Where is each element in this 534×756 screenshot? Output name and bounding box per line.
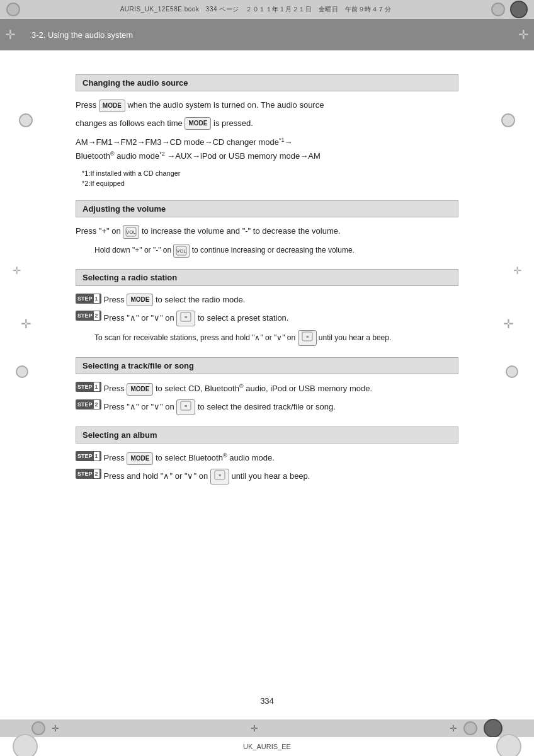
album-step2-badge: STEP2	[76, 469, 101, 479]
right-mid-circle	[506, 365, 518, 378]
mode-button-icon-2: MODE	[185, 117, 211, 130]
track-step1-text: Press MODE to select CD, Bluetooth® audi…	[104, 382, 373, 396]
right-reg-1	[501, 113, 515, 127]
right-cross-mid: ✛	[513, 265, 521, 277]
top-left-reg-mark	[6, 3, 20, 16]
section-selecting-album-header: Selecting an album	[76, 427, 458, 444]
section-selecting-track-header: Selecting a track/file or song	[76, 357, 458, 374]
preset-btn-radio2: ≡	[176, 311, 195, 326]
top-strip: AURIS_UK_12E58E.book 334 ページ ２０１１年１月２１日 …	[0, 0, 534, 19]
svg-text:VOL: VOL	[126, 229, 137, 235]
track-step2-num: 2	[94, 400, 99, 409]
radio-step2: STEP2 Press "∧" or "∨" on ≡ to select a …	[76, 311, 458, 326]
footer-text: UK_AURIS_EE	[243, 743, 291, 750]
page-number-container: 334	[0, 696, 534, 706]
track-step1-badge: STEP1	[76, 382, 101, 392]
bottom-corner-left	[13, 734, 38, 756]
right-cross-1: ✛	[501, 316, 515, 331]
bottom-left-reg1	[31, 721, 45, 735]
album-step2-text: Press and hold "∧" or "∨" on ≡ until you…	[104, 469, 310, 484]
changing-audio-sequence: AM→FM1→FM2→FM3→CD mode→CD changer mode*1…	[76, 135, 458, 163]
right-mid-reg	[506, 365, 518, 378]
bottom-footer: UK_AURIS_EE	[0, 737, 534, 756]
radio-step1-badge: STEP1	[76, 294, 101, 304]
track-step2-text: Press "∧" or "∨" on ≡ to select the desi…	[104, 399, 336, 415]
left-mid-circle	[16, 365, 28, 378]
bottom-strip: ✛ ✛ ✛	[0, 719, 534, 737]
bottom-right-cross: ✛	[450, 723, 457, 733]
header-left-crosshair: ✛	[5, 27, 16, 42]
header-right-crosshair: ✛	[518, 27, 529, 42]
left-mid-reg	[16, 365, 28, 378]
album-step2: STEP2 Press and hold "∧" or "∨" on ≡ unt…	[76, 469, 458, 484]
preset-btn-album2: ≡	[210, 469, 229, 484]
bottom-right-reg1	[463, 721, 477, 735]
preset-btn-track2: ≡	[176, 399, 195, 415]
mode-button-icon: MODE	[99, 100, 125, 112]
radio-step1-text: Press MODE to select the radio mode.	[104, 294, 246, 307]
adjusting-volume-hold: Hold down "+" or "-" on VOL to continue …	[94, 244, 458, 258]
left-side-marks: ✛	[19, 113, 33, 331]
top-right-reg-mark1	[491, 3, 505, 16]
album-step2-num: 2	[94, 469, 99, 478]
album-step1-text: Press MODE to select Bluetooth® audio mo…	[104, 451, 275, 465]
mode-btn-track1: MODE	[127, 383, 153, 396]
radio-step2-num: 2	[94, 311, 99, 320]
top-right-circle	[510, 1, 528, 18]
mode-btn-album1: MODE	[127, 452, 153, 465]
header-title: 3-2. Using the audio system	[31, 30, 133, 40]
svg-text:≡: ≡	[185, 315, 187, 319]
vol-icon-1: VOL	[123, 225, 139, 239]
adjusting-volume-para1: Press "+" on VOL to increase the volume …	[76, 225, 458, 239]
left-cross-mid: ✛	[13, 265, 21, 277]
album-step1: STEP1 Press MODE to select Bluetooth® au…	[76, 451, 458, 465]
radio-step1-num: 1	[94, 294, 99, 303]
radio-step2-badge: STEP2	[76, 311, 101, 321]
left-reg-1	[19, 113, 33, 127]
svg-text:≡: ≡	[185, 404, 187, 408]
bottom-left-cross: ✛	[52, 723, 59, 733]
radio-scan-text: To scan for receivable stations, press a…	[94, 330, 458, 346]
track-step2: STEP2 Press "∧" or "∨" on ≡ to select th…	[76, 399, 458, 415]
radio-step2-text: Press "∧" or "∨" on ≡ to select a preset…	[104, 311, 289, 326]
svg-text:VOL: VOL	[176, 248, 187, 254]
section-changing-audio-header: Changing the audio source	[76, 74, 458, 91]
section-selecting-radio-header: Selecting a radio station	[76, 269, 458, 286]
bottom-center-cross: ✛	[251, 723, 258, 733]
mode-btn-radio1: MODE	[127, 294, 153, 306]
right-side-marks: ✛	[501, 113, 515, 331]
vol-icon-2: VOL	[173, 244, 190, 258]
main-content: ✛ ✛ Changing the audio source Press MODE…	[0, 50, 534, 501]
left-cross-1: ✛	[19, 316, 33, 331]
changing-audio-note2: *2:If equipped	[82, 178, 458, 189]
album-step1-badge: STEP1	[76, 451, 101, 461]
track-step1-num: 1	[94, 382, 99, 391]
svg-text:≡: ≡	[305, 335, 308, 339]
section-adjusting-volume-header: Adjusting the volume	[76, 200, 458, 217]
radio-step1: STEP1 Press MODE to select the radio mod…	[76, 294, 458, 307]
changing-audio-para1: Press MODE when the audio system is turn…	[76, 99, 458, 112]
album-step1-num: 1	[94, 452, 99, 461]
changing-audio-para2: changes as follows each time MODE is pre…	[76, 117, 458, 130]
page-number: 334	[260, 696, 274, 706]
svg-text:≡: ≡	[219, 473, 221, 478]
track-step2-badge: STEP2	[76, 399, 101, 410]
bottom-corner-right	[496, 734, 521, 756]
track-step1: STEP1 Press MODE to select CD, Bluetooth…	[76, 382, 458, 396]
top-strip-text: AURIS_UK_12E58E.book 334 ページ ２０１１年１月２１日 …	[120, 5, 392, 14]
changing-audio-note1: *1:If installed with a CD changer	[82, 168, 458, 179]
preset-btn-scan: ≡	[298, 330, 317, 346]
header-bar: ✛ 3-2. Using the audio system ✛	[0, 19, 534, 50]
